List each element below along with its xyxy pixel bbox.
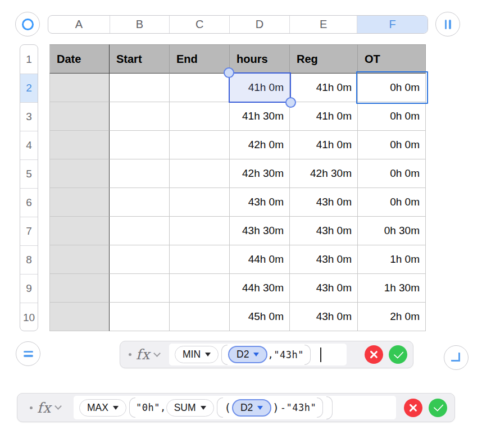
table-cell[interactable]: 2h 0m bbox=[358, 303, 426, 331]
table-cell[interactable] bbox=[49, 159, 110, 188]
table-cell[interactable]: 43h 0m bbox=[290, 245, 358, 274]
row-header-4[interactable]: 4 bbox=[20, 131, 38, 160]
column-header-c[interactable]: C bbox=[170, 16, 230, 33]
table-cell[interactable]: 1h 30m bbox=[358, 274, 426, 303]
formula-input-field[interactable]: MAX "0h", SUM ( D2 ) -"43h" bbox=[74, 396, 396, 419]
table-cell[interactable]: 43h 0m bbox=[290, 303, 358, 331]
cancel-button[interactable] bbox=[365, 345, 383, 364]
confirm-button[interactable] bbox=[389, 345, 407, 364]
cell-ref-token-d2[interactable]: D2 bbox=[228, 346, 267, 363]
table-header-cell[interactable]: Reg bbox=[290, 44, 358, 74]
table-header-cell[interactable]: Start bbox=[110, 44, 170, 74]
column-header-f[interactable]: F bbox=[357, 16, 428, 33]
table-header-cell[interactable]: hours bbox=[230, 44, 290, 74]
check-icon bbox=[393, 348, 403, 359]
table-cell[interactable] bbox=[170, 188, 230, 217]
column-header-e[interactable]: E bbox=[290, 16, 358, 33]
table-cell[interactable] bbox=[170, 274, 230, 303]
table-cell[interactable] bbox=[170, 131, 230, 159]
row-header-6[interactable]: 6 bbox=[20, 189, 38, 217]
table-cell[interactable]: 0h 0m bbox=[358, 159, 426, 188]
column-header-bar: A B C D E F bbox=[48, 15, 428, 34]
table-cell[interactable]: 0h 0m bbox=[358, 131, 426, 159]
table-cell[interactable]: 44h 0m bbox=[230, 245, 290, 274]
table-cell[interactable] bbox=[170, 159, 230, 188]
table-select-button[interactable] bbox=[15, 12, 40, 36]
row-header-5[interactable]: 5 bbox=[20, 160, 38, 189]
table-cell[interactable] bbox=[110, 217, 170, 245]
column-header-d[interactable]: D bbox=[230, 16, 290, 33]
confirm-button[interactable] bbox=[429, 399, 447, 417]
table-cell[interactable]: 41h 0m bbox=[290, 74, 358, 102]
add-row-button[interactable] bbox=[16, 341, 40, 366]
fx-zone[interactable]: fx bbox=[17, 400, 74, 416]
table-cell[interactable] bbox=[110, 74, 170, 102]
table-cell[interactable]: 0h 30m bbox=[358, 217, 426, 245]
table-cell[interactable] bbox=[49, 245, 110, 274]
table-cell[interactable] bbox=[49, 274, 110, 303]
table-cell[interactable]: 43h 0m bbox=[290, 274, 358, 303]
table-cell[interactable]: 45h 0m bbox=[230, 303, 290, 331]
open-paren-text: ( bbox=[225, 401, 231, 414]
table-cell[interactable]: 41h 30m bbox=[230, 102, 290, 131]
selection-handle-top-left[interactable] bbox=[224, 67, 234, 78]
row-header-9[interactable]: 9 bbox=[20, 275, 38, 303]
function-token-max[interactable]: MAX bbox=[79, 399, 126, 417]
row-header-7[interactable]: 7 bbox=[20, 217, 38, 246]
fx-zone[interactable]: fx bbox=[120, 346, 169, 363]
table-cell[interactable] bbox=[49, 74, 110, 102]
table-cell[interactable] bbox=[110, 131, 170, 159]
table-cell[interactable]: 0h 0m bbox=[358, 102, 426, 131]
table-cell[interactable]: 41h 0m bbox=[290, 102, 358, 131]
table-cell[interactable] bbox=[170, 303, 230, 331]
table-cell[interactable] bbox=[110, 303, 170, 331]
table-cell[interactable]: 42h 0m bbox=[230, 131, 290, 159]
row-header-3[interactable]: 3 bbox=[20, 103, 38, 131]
table-cell[interactable]: 43h 0m bbox=[290, 217, 358, 245]
table-cell[interactable] bbox=[49, 188, 110, 217]
table-cell[interactable] bbox=[170, 74, 230, 102]
row-header-1[interactable]: 1 bbox=[20, 45, 38, 74]
selection-handle-bottom-right[interactable] bbox=[285, 97, 296, 108]
row-header-2[interactable]: 2 bbox=[20, 74, 38, 103]
selected-cell-highlight-d2[interactable] bbox=[229, 72, 291, 103]
table-cell[interactable]: 0h 0m bbox=[358, 188, 426, 217]
function-token-sum[interactable]: SUM bbox=[166, 399, 214, 417]
table-cell[interactable]: 41h 0m bbox=[290, 131, 358, 159]
table-cell[interactable] bbox=[110, 188, 170, 217]
table-cell[interactable] bbox=[170, 102, 230, 131]
table-cell[interactable] bbox=[49, 131, 110, 159]
circle-ring-icon bbox=[22, 19, 34, 30]
table-cell[interactable]: 43h 0m bbox=[230, 188, 290, 217]
table-cell[interactable] bbox=[170, 245, 230, 274]
column-header-b[interactable]: B bbox=[110, 16, 170, 33]
table-header-cell[interactable]: End bbox=[170, 44, 230, 74]
cancel-button[interactable] bbox=[404, 399, 422, 417]
table-resize-button[interactable] bbox=[444, 345, 469, 370]
table-cell[interactable]: 43h 0m bbox=[290, 188, 358, 217]
formula-input-field[interactable]: MIN D2 ,"43h" bbox=[169, 344, 347, 365]
cell-ref-token-d2[interactable]: D2 bbox=[232, 399, 271, 417]
table-header-cell[interactable]: OT bbox=[358, 44, 426, 74]
table-cell[interactable]: 42h 30m bbox=[290, 159, 358, 188]
table-cell[interactable] bbox=[110, 245, 170, 274]
table-cell[interactable] bbox=[49, 303, 110, 331]
table-cell[interactable] bbox=[110, 159, 170, 188]
x-icon bbox=[369, 350, 379, 359]
table-header-cell[interactable]: Date bbox=[49, 44, 110, 74]
function-token-min[interactable]: MIN bbox=[175, 346, 219, 363]
table-cell[interactable] bbox=[110, 102, 170, 131]
table-cell[interactable]: 1h 0m bbox=[358, 245, 426, 274]
column-header-a[interactable]: A bbox=[48, 16, 110, 33]
add-column-button[interactable] bbox=[435, 12, 460, 36]
table-cell[interactable]: 44h 30m bbox=[230, 274, 290, 303]
table-cell[interactable]: 42h 30m bbox=[230, 159, 290, 188]
row-header-10[interactable]: 10 bbox=[20, 303, 38, 331]
table-cell[interactable]: 43h 30m bbox=[230, 217, 290, 245]
table-cell[interactable] bbox=[110, 274, 170, 303]
bullet-dot-icon bbox=[129, 353, 131, 356]
table-cell[interactable] bbox=[49, 102, 110, 131]
row-header-8[interactable]: 8 bbox=[20, 246, 38, 275]
table-cell[interactable] bbox=[49, 217, 110, 245]
table-cell[interactable] bbox=[170, 217, 230, 245]
